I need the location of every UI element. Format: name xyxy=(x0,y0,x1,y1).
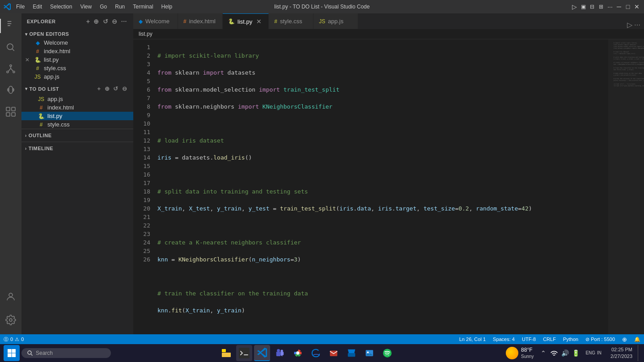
activity-extensions[interactable] xyxy=(0,101,21,122)
open-editor-style-css[interactable]: # style.css xyxy=(21,64,133,72)
status-notifications[interactable]: 🔔 xyxy=(631,334,644,344)
minimize-button[interactable]: ─ xyxy=(615,3,623,10)
tab-style-css[interactable]: # style.css xyxy=(269,13,314,29)
tab-index-html-label: index.html xyxy=(189,18,216,25)
status-position[interactable]: Ln 26, Col 1 xyxy=(456,334,489,344)
open-editor-list-py[interactable]: ✕ 🐍 list.py xyxy=(21,55,133,64)
tab-list-py[interactable]: 🐍 list.py ✕ xyxy=(223,13,269,29)
todo-collapse-icon[interactable]: ⊖ xyxy=(121,84,128,93)
close-list-py-tab-icon[interactable]: ✕ xyxy=(255,17,263,25)
line-numbers: 12345 678910 1112131415 1617181920 21222… xyxy=(133,39,156,334)
open-editor-index-html[interactable]: # index.html xyxy=(21,47,133,55)
vscode-logo-icon xyxy=(4,3,11,10)
activity-search[interactable] xyxy=(0,37,21,58)
system-tray: ⌃ 🔊 🔋 xyxy=(539,349,580,358)
menu-go[interactable]: Go xyxy=(97,4,110,10)
open-editors-header[interactable]: ▾ OPEN EDITORS xyxy=(21,29,133,38)
menu-view[interactable]: View xyxy=(77,4,94,10)
weather-info: 88°F Sunny xyxy=(521,347,534,360)
taskbar-vscode[interactable] xyxy=(254,345,270,361)
tab-welcome[interactable]: ◆ Welcome xyxy=(133,13,178,29)
tray-up-arrow-icon[interactable]: ⌃ xyxy=(539,349,548,358)
status-remote[interactable]: ⊕ xyxy=(619,334,631,344)
menu-help[interactable]: Help xyxy=(159,4,175,10)
run-tab-icon[interactable]: ▷ xyxy=(627,21,632,29)
weather-widget[interactable]: 88°F Sunny xyxy=(502,347,537,360)
status-eol[interactable]: CRLF xyxy=(539,334,559,344)
close-list-py-icon[interactable]: ✕ xyxy=(25,57,30,63)
taskbar-store[interactable] xyxy=(343,345,360,361)
taskbar-terminal[interactable] xyxy=(236,345,252,361)
activity-git[interactable] xyxy=(0,58,21,80)
taskbar-right: 88°F Sunny ⌃ 🔊 🔋 ENGIN 02:25 PM 2/27/202… xyxy=(502,345,640,361)
tray-battery-icon[interactable]: 🔋 xyxy=(571,349,580,358)
split-editor-icon[interactable]: ⋯ xyxy=(634,21,640,29)
code-editor[interactable]: # import scikit-learn library from sklea… xyxy=(156,39,608,334)
clock[interactable]: 02:25 PM 2/27/2023 xyxy=(607,346,636,360)
new-file-icon[interactable]: + xyxy=(85,17,91,26)
todo-app-js[interactable]: JS app.js xyxy=(21,95,133,103)
svg-point-2 xyxy=(13,71,15,73)
outline-header[interactable]: › OUTLINE xyxy=(21,131,133,140)
taskbar-mail[interactable] xyxy=(326,345,342,361)
new-todo-file-icon[interactable]: + xyxy=(96,84,102,93)
editor-content[interactable]: 12345 678910 1112131415 1617181920 21222… xyxy=(133,39,644,334)
todo-refresh-icon[interactable]: ↺ xyxy=(112,84,119,93)
activity-explorer[interactable] xyxy=(0,15,21,37)
tray-network-icon[interactable] xyxy=(550,349,559,358)
grid-layout-icon[interactable]: ⊞ xyxy=(597,3,605,10)
new-folder-icon[interactable]: ⊕ xyxy=(93,17,100,26)
tab-index-html[interactable]: # index.html xyxy=(178,13,223,29)
language-indicator[interactable]: ENGIN xyxy=(582,348,605,358)
restore-button[interactable]: □ xyxy=(624,3,631,10)
todo-index-html[interactable]: # index.html xyxy=(21,103,133,112)
open-editor-style-css-label: style.css xyxy=(44,65,66,72)
svg-point-14 xyxy=(277,349,280,352)
activity-settings[interactable] xyxy=(0,309,21,331)
svg-rect-4 xyxy=(12,107,15,111)
menu-terminal[interactable]: Terminal xyxy=(130,4,156,10)
status-errors[interactable]: ⓪ 0 ⚠ 0 xyxy=(0,334,27,344)
todo-list-header[interactable]: ▾ TO DO LIST + ⊕ ↺ ⊖ xyxy=(21,83,133,95)
menu-selection[interactable]: Selection xyxy=(47,4,75,10)
taskbar-chrome[interactable] xyxy=(290,345,306,361)
show-desktop-icon[interactable] xyxy=(638,345,640,361)
html-file-icon: # xyxy=(34,48,41,55)
more-actions-icon[interactable]: ··· xyxy=(120,17,128,26)
close-button[interactable]: ✕ xyxy=(633,3,640,10)
timeline-header[interactable]: › TIMELINE xyxy=(21,144,133,153)
tab-app-js[interactable]: JS app.js xyxy=(314,13,358,29)
layout-icon[interactable]: ▣ xyxy=(580,3,587,10)
todo-js-icon: JS xyxy=(38,96,45,102)
status-spaces[interactable]: Spaces: 4 xyxy=(489,334,518,344)
more-options-icon[interactable]: ··· xyxy=(606,3,614,10)
taskbar-teams[interactable] xyxy=(272,345,288,361)
open-editor-welcome[interactable]: ◆ Welcome xyxy=(21,38,133,47)
todo-list-py[interactable]: 🐍 list.py xyxy=(21,112,133,120)
list-py-tab-icon: 🐍 xyxy=(228,18,235,25)
taskbar-file-explorer[interactable] xyxy=(218,345,234,361)
status-language[interactable]: Python xyxy=(559,334,582,344)
start-button[interactable] xyxy=(4,345,20,361)
new-todo-folder-icon[interactable]: ⊕ xyxy=(104,84,111,93)
menu-file[interactable]: File xyxy=(13,4,27,10)
refresh-icon[interactable]: ↺ xyxy=(102,17,110,26)
open-editor-app-js[interactable]: JS app.js xyxy=(21,72,133,81)
taskbar-search[interactable]: Search xyxy=(21,348,111,358)
menu-edit[interactable]: Edit xyxy=(30,4,45,10)
collapse-all-icon[interactable]: ⊖ xyxy=(111,17,119,26)
breadcrumb-item[interactable]: list.py xyxy=(139,31,153,37)
taskbar-photos[interactable] xyxy=(361,345,377,361)
todo-style-css[interactable]: # style.css xyxy=(21,120,133,129)
status-encoding[interactable]: UTF-8 xyxy=(518,334,539,344)
tray-volume-icon[interactable]: 🔊 xyxy=(560,349,569,358)
menu-run[interactable]: Run xyxy=(112,4,127,10)
run-icon[interactable]: ▷ xyxy=(571,3,578,10)
split-layout-icon[interactable]: ⊟ xyxy=(589,3,596,10)
activity-debug[interactable] xyxy=(0,80,21,101)
taskbar-spotify[interactable] xyxy=(379,345,395,361)
status-port[interactable]: ⊘ Port : 5500 xyxy=(582,334,619,344)
activity-accounts[interactable] xyxy=(0,286,21,307)
taskbar-edge[interactable] xyxy=(308,345,324,361)
error-count: 0 xyxy=(10,337,13,342)
